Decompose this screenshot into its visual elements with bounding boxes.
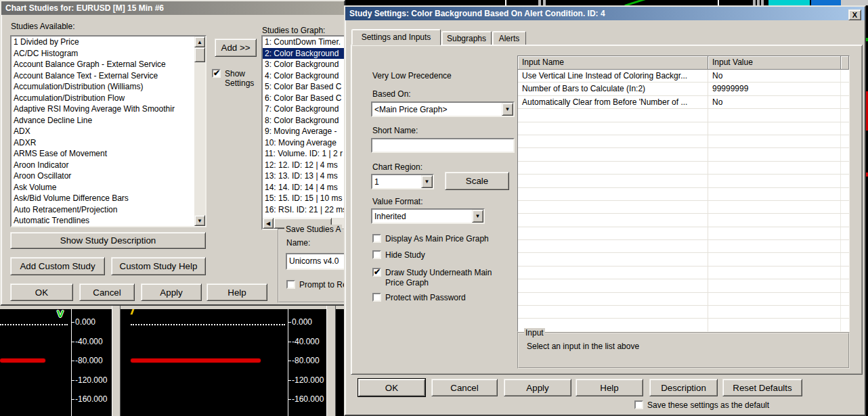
graph-study-item[interactable]: 10: Moving Average — [263, 137, 345, 149]
save-default-checkbox[interactable]: ✔ Save these settings as the default — [634, 400, 769, 410]
scale-button[interactable]: Scale — [445, 172, 509, 190]
table-row[interactable] — [518, 267, 849, 279]
table-row[interactable] — [518, 240, 849, 253]
input-name-cell[interactable] — [518, 306, 708, 318]
input-value-cell[interactable] — [708, 306, 841, 318]
study-list-item[interactable]: Aroon Oscillator — [12, 170, 194, 182]
input-value-cell[interactable] — [708, 319, 841, 331]
panel-divider[interactable] — [112, 306, 121, 416]
tab-alerts[interactable]: Alerts — [492, 31, 526, 45]
scroll-left-icon[interactable]: ◀ — [263, 218, 274, 229]
tab-settings-and-inputs[interactable]: Settings and Inputs — [351, 29, 441, 45]
chart-scale-2[interactable]: 0.000-40.000-80.000-120.000-160.000 — [288, 309, 326, 416]
apply-button[interactable]: Apply — [141, 283, 202, 301]
table-row[interactable] — [518, 293, 849, 306]
input-name-cell[interactable] — [518, 319, 708, 331]
studies-available-scrollbar[interactable]: ▲ ▼ — [194, 37, 205, 226]
graph-study-item[interactable]: 4: Color Background — [263, 70, 345, 82]
input-value-cell[interactable] — [708, 122, 841, 135]
table-row[interactable] — [518, 122, 849, 135]
input-name-cell[interactable]: Number of Bars to Calculate (In:2) — [518, 83, 708, 95]
study-list-item[interactable]: Aroon Indicator — [12, 160, 194, 171]
chevron-down-icon[interactable]: ▼ — [502, 103, 513, 116]
study-list-item[interactable]: Account Balance Graph - External Service — [12, 59, 194, 70]
input-value-cell[interactable] — [708, 109, 841, 121]
study-settings-titlebar[interactable]: Study Settings: Color Background Based O… — [345, 7, 865, 20]
scroll-down-icon[interactable]: ▼ — [194, 215, 205, 226]
table-row[interactable] — [518, 109, 849, 122]
show-settings-checkbox[interactable]: ✔ Show Settings — [212, 69, 254, 88]
study-list-item[interactable]: ADXR — [12, 137, 194, 149]
input-name-cell[interactable] — [518, 135, 708, 147]
based-on-select[interactable]: <Main Price Graph> ▼ — [371, 101, 515, 117]
graph-study-item[interactable]: 2: Color Background — [263, 48, 345, 60]
input-name-cell[interactable] — [518, 227, 708, 239]
table-row[interactable]: Automatically Clear from Before 'Number … — [518, 96, 849, 109]
checkbox-box[interactable]: ✔ — [372, 268, 381, 277]
table-row[interactable] — [518, 214, 849, 227]
table-row[interactable] — [518, 253, 849, 266]
graph-study-item[interactable]: 6: Color Bar Based C — [263, 93, 345, 104]
cancel-button[interactable]: Cancel — [79, 283, 135, 301]
scroll-up-icon[interactable]: ▲ — [194, 37, 205, 47]
checkbox-box[interactable]: ✔ — [372, 234, 381, 243]
chevron-down-icon[interactable]: ▼ — [472, 210, 483, 223]
collection-name-input[interactable]: Unicorns v4.0 — [286, 253, 347, 270]
reset-defaults-button[interactable]: Reset Defaults — [722, 379, 802, 396]
input-value-header[interactable]: Input Value — [708, 56, 841, 70]
study-list-item[interactable]: 1 Divided by Price — [12, 37, 194, 48]
chart-region-select[interactable]: 1 ▼ — [371, 174, 434, 189]
input-name-header[interactable]: Input Name — [518, 56, 708, 70]
graph-study-item[interactable]: 12: 12. ID: 12 | 4 ms — [263, 160, 345, 171]
checkbox-box[interactable]: ✔ — [372, 293, 381, 302]
graph-study-item[interactable]: 5: Color Bar Based C — [263, 81, 345, 93]
input-name-cell[interactable] — [518, 109, 708, 121]
value-format-select[interactable]: Inherited ▼ — [371, 208, 485, 224]
table-row[interactable]: Use Vertical Line Instead of Coloring Ba… — [518, 70, 849, 83]
input-value-cell[interactable] — [708, 201, 841, 213]
graph-study-item[interactable]: 3: Color Background — [263, 59, 345, 70]
study-list-item[interactable]: ADX — [12, 126, 194, 137]
input-value-cell[interactable] — [708, 293, 841, 305]
panel-divider[interactable] — [326, 306, 336, 416]
input-name-cell[interactable] — [518, 279, 708, 292]
table-row[interactable] — [518, 135, 849, 148]
study-list-item[interactable]: Ask Volume — [12, 182, 194, 193]
table-row[interactable] — [518, 279, 849, 292]
input-value-cell[interactable] — [708, 279, 841, 292]
checkbox-box[interactable]: ✔ — [372, 250, 381, 259]
graph-study-item[interactable]: 16: RSI. ID: 21 | 22 ms — [263, 204, 345, 216]
table-row[interactable] — [518, 188, 849, 201]
input-value-cell[interactable] — [708, 188, 841, 200]
add-button[interactable]: Add >> — [215, 39, 257, 57]
input-name-cell[interactable] — [518, 162, 708, 174]
input-name-cell[interactable] — [518, 122, 708, 135]
input-value-cell[interactable]: 99999999 — [708, 83, 841, 95]
checkbox-box[interactable]: ✔ — [286, 280, 295, 289]
input-name-cell[interactable] — [518, 253, 708, 265]
input-name-cell[interactable]: Automatically Clear from Before 'Number … — [518, 96, 708, 108]
graph-study-item[interactable]: 1: CountDown Timer. — [263, 37, 345, 48]
input-value-cell[interactable] — [708, 227, 841, 239]
graph-study-item[interactable]: 9: Moving Average - — [263, 126, 345, 137]
table-row[interactable] — [518, 148, 849, 161]
graph-study-item[interactable]: 8: Color Background — [263, 115, 345, 126]
input-name-cell[interactable] — [518, 201, 708, 213]
table-row[interactable] — [518, 227, 849, 240]
ok-button[interactable]: OK — [358, 379, 425, 396]
display-as-main-checkbox[interactable]: ✔ Display As Main Price Graph — [372, 234, 489, 244]
study-list-item[interactable]: Account Balance Text - External Service — [12, 70, 194, 82]
input-name-cell[interactable] — [518, 175, 708, 187]
description-button[interactable]: Description — [649, 379, 718, 396]
chart-scale-1[interactable]: 0.000-40.000-80.000-120.000-160.000 — [71, 309, 112, 416]
input-value-cell[interactable] — [708, 214, 841, 226]
study-list-item[interactable]: Ask/Bid Volume Difference Bars — [12, 193, 194, 204]
study-list-item[interactable]: Automatic Trendlines — [12, 215, 194, 226]
graph-study-item[interactable]: 15: 15. ID: 15 | 10 ms — [263, 193, 345, 204]
study-list-item[interactable]: Accumulation/Distribution (Williams) — [12, 81, 194, 93]
input-value-cell[interactable]: No — [708, 70, 841, 82]
input-name-cell[interactable] — [518, 214, 708, 226]
input-value-cell[interactable] — [708, 148, 841, 160]
input-name-cell[interactable] — [518, 240, 708, 252]
show-study-description-button[interactable]: Show Study Description — [10, 232, 206, 249]
